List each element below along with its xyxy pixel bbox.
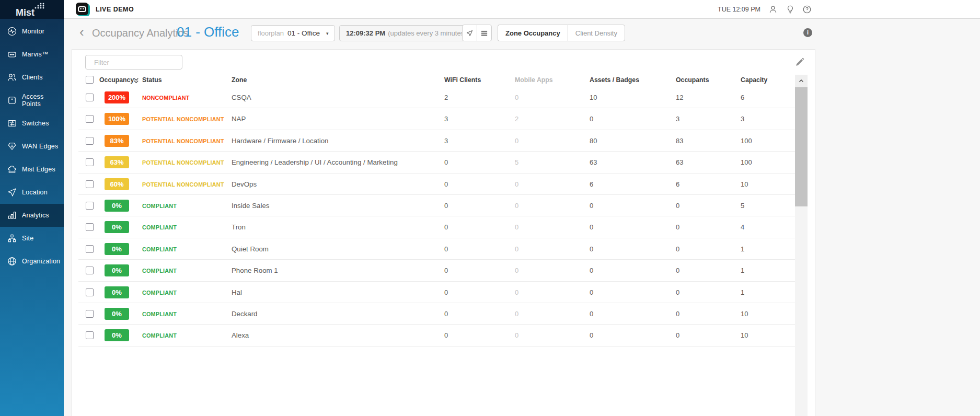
occupancy-badge: 0% [105, 200, 129, 212]
capacity-value: 10 [741, 331, 748, 339]
table-row[interactable]: 63%POTENTIAL NONCOMPLIANTEngineering / L… [78, 152, 795, 173]
scroll-up-button[interactable] [795, 75, 808, 87]
tracking-arrow-button[interactable] [463, 25, 477, 41]
breadcrumb[interactable]: Occupancy Analytics [92, 27, 189, 39]
column-status[interactable]: Status [142, 76, 162, 84]
account-icon[interactable] [768, 5, 778, 14]
sidebar-item-marvis[interactable]: Marvis™ [0, 43, 64, 66]
sidebar-item-access-points[interactable]: Access Points [0, 89, 64, 112]
organization-icon [7, 256, 17, 267]
lightbulb-icon[interactable] [786, 5, 795, 14]
floorplan-select[interactable]: floorplan 01 - Office ▾ [251, 25, 335, 41]
view-button-zone-occupancy[interactable]: Zone Occupancy [498, 25, 568, 41]
sidebar-item-switches[interactable]: Switches [0, 112, 64, 135]
wifi-clients-value: 3 [444, 137, 448, 145]
row-checkbox[interactable] [86, 202, 94, 210]
column-wifi-clients[interactable]: WiFi Clients [444, 76, 481, 84]
table-row[interactable]: 60%POTENTIAL NONCOMPLIANTDevOps006610 [78, 174, 795, 195]
sidebar-item-analytics[interactable]: Analytics [0, 204, 64, 227]
mobile-apps-value: 0 [515, 94, 518, 101]
clients-icon [7, 72, 17, 83]
table-row[interactable]: 0%COMPLIANTInside Sales00005 [78, 195, 795, 216]
table-row[interactable]: 0%COMPLIANTHal00001 [78, 282, 795, 303]
occupancy-badge: 100% [105, 113, 129, 125]
filter-field[interactable] [85, 55, 182, 70]
row-checkbox[interactable] [86, 288, 94, 296]
sidebar-item-location[interactable]: Location [0, 181, 64, 204]
info-icon[interactable]: i [803, 28, 812, 37]
marvis-app-icon[interactable] [76, 3, 90, 17]
edit-pencil-icon[interactable] [795, 57, 804, 67]
help-icon[interactable] [802, 5, 812, 14]
occupancy-badge: 0% [105, 243, 129, 255]
row-checkbox[interactable] [86, 137, 94, 145]
column-capacity[interactable]: Capacity [741, 76, 767, 84]
view-button-client-density[interactable]: Client Density [568, 25, 625, 41]
row-checkbox[interactable] [86, 245, 94, 253]
table-row[interactable]: 200%NONCOMPLIANTCSQA2010126 [78, 87, 795, 108]
column-occupants[interactable]: Occupants [676, 76, 709, 84]
filter-input[interactable] [93, 58, 187, 67]
scrollbar-thumb[interactable] [795, 87, 808, 206]
table-row[interactable]: 100%POTENTIAL NONCOMPLIANTNAP32033 [78, 108, 795, 130]
assets-badges-value: 0 [590, 245, 593, 253]
top-bar: LIVE DEMO TUE 12:09 PM [64, 0, 980, 19]
table-row[interactable]: 0%COMPLIANTPhone Room 100001 [78, 260, 795, 281]
row-checkbox[interactable] [86, 331, 94, 339]
occupants-value: 12 [676, 94, 683, 101]
clock: TUE 12:09 PM [718, 0, 760, 19]
occupancy-badge: 0% [105, 329, 129, 341]
sidebar-item-monitor[interactable]: Monitor [0, 20, 64, 43]
sidebar-nav: MonitorMarvis™ClientsAccess PointsSwitch… [0, 20, 64, 273]
capacity-value: 6 [741, 94, 744, 101]
select-all-checkbox[interactable] [86, 76, 94, 84]
zone-name: Hal [232, 288, 242, 296]
occupancy-badge: 200% [105, 91, 129, 103]
monitor-icon [7, 26, 17, 37]
zone-name: Tron [232, 223, 246, 231]
sidebar-item-clients[interactable]: Clients [0, 66, 64, 89]
sidebar-item-site[interactable]: Site [0, 227, 64, 250]
status-label: COMPLIANT [142, 290, 177, 296]
row-checkbox[interactable] [86, 94, 94, 101]
status-label: COMPLIANT [142, 203, 177, 209]
table-row[interactable]: 0%COMPLIANTDeckard000010 [78, 303, 795, 325]
sidebar-item-label: Marvis™ [22, 51, 49, 58]
table-row[interactable]: 0%COMPLIANTQuiet Room00001 [78, 238, 795, 260]
page-title: 01 - Office [177, 24, 239, 40]
column-mobile-apps[interactable]: Mobile Apps [515, 76, 553, 84]
capacity-value: 10 [741, 180, 748, 188]
row-checkbox[interactable] [86, 180, 94, 188]
table-row[interactable]: 0%COMPLIANTAlexa000010 [78, 325, 795, 346]
org-name[interactable]: LIVE DEMO [96, 0, 134, 19]
row-checkbox[interactable] [86, 223, 94, 231]
row-checkbox[interactable] [86, 310, 94, 318]
floorplan-label: floorplan [258, 29, 284, 37]
column-assets-badges[interactable]: Assets / Badges [590, 76, 639, 84]
mobile-apps-value: 0 [515, 223, 518, 231]
list-view-button[interactable] [477, 25, 491, 41]
zone-name: Alexa [232, 331, 249, 339]
sidebar-item-organization[interactable]: Organization [0, 250, 64, 273]
wan-edges-icon [7, 141, 17, 152]
row-checkbox[interactable] [86, 267, 94, 274]
vertical-scrollbar[interactable] [795, 75, 808, 416]
mobile-apps-value: 0 [515, 288, 518, 296]
sidebar-item-mist-edges[interactable]: Mist Edges [0, 158, 64, 181]
sidebar-item-label: WAN Edges [22, 143, 58, 150]
column-zone[interactable]: Zone [232, 76, 247, 84]
mist-logo[interactable]: Mist [0, 0, 64, 19]
table-row[interactable]: 0%COMPLIANTTron00004 [78, 216, 795, 238]
sort-descending-icon[interactable] [133, 77, 139, 86]
back-button[interactable]: ‹ [79, 25, 84, 39]
sidebar-item-wan-edges[interactable]: WAN Edges [0, 135, 64, 158]
row-checkbox[interactable] [86, 115, 94, 123]
row-checkbox[interactable] [86, 158, 94, 166]
refresh-time-note: (updates every 3 minutes) [388, 29, 466, 37]
wifi-clients-value: 0 [444, 267, 448, 274]
table-body: 200%NONCOMPLIANTCSQA2010126100%POTENTIAL… [78, 87, 795, 346]
column-occupancy[interactable]: Occupancy [99, 76, 134, 84]
table-row[interactable]: 83%POTENTIAL NONCOMPLIANTHardware / Firm… [78, 130, 795, 152]
assets-badges-value: 0 [590, 223, 593, 231]
mobile-apps-value: 0 [515, 310, 518, 318]
